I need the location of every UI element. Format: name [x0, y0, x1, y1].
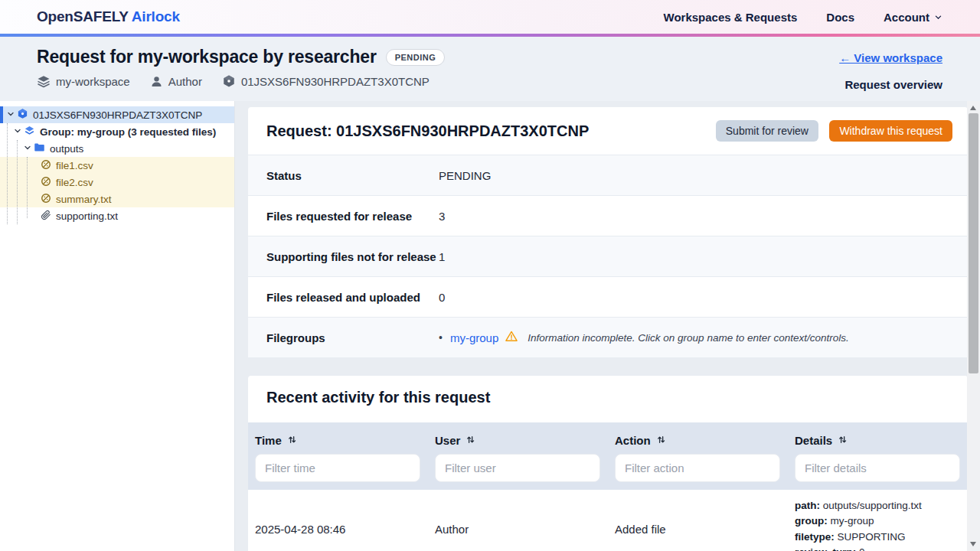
- sort-icon: [466, 434, 475, 447]
- detail-row-status: Status PENDING: [248, 155, 967, 195]
- detail-row-released-files: Files released and uploaded 0: [248, 276, 967, 317]
- activity-details-cell: path: outputs/supporting.txt group: my-g…: [788, 490, 967, 551]
- filegroup-link[interactable]: my-group: [450, 331, 498, 344]
- request-card-title: Request: 01JSXS6FN930HRPDAZT3X0TCNP: [266, 122, 589, 140]
- detail-key: filetype:: [795, 531, 835, 543]
- tree-node-folder-outputs[interactable]: outputs: [0, 140, 234, 157]
- warning-icon: [505, 330, 518, 345]
- author-meta: Author: [150, 75, 202, 88]
- sort-icon: [287, 434, 297, 447]
- folder-icon: [34, 142, 45, 155]
- detail-label: Supporting files not for release: [266, 250, 439, 263]
- activity-user-cell: Author: [428, 490, 608, 551]
- detail-key: path:: [795, 500, 820, 511]
- tree-node-file2[interactable]: file2.csv: [0, 174, 234, 191]
- activity-title: Recent activity for this request: [248, 376, 967, 422]
- chevron-down-icon[interactable]: [13, 126, 22, 138]
- tree-node-group[interactable]: Group: my-group (3 requested files): [0, 123, 234, 140]
- column-header-user[interactable]: User: [428, 430, 608, 450]
- detail-val: 0: [856, 546, 864, 551]
- request-meta: my-workspace Author 01JSXS6FN930HRPDAZT3…: [37, 74, 445, 88]
- tree-node-label: summary.txt: [56, 194, 112, 205]
- detail-label: Status: [266, 169, 439, 182]
- navbar: OpenSAFELY Airlock Workspaces & Requests…: [0, 0, 980, 34]
- activity-table-header: Time User Action Details: [248, 422, 967, 490]
- request-id: 01JSXS6FN930HRPDAZT3X0TCNP: [241, 75, 430, 88]
- tree-node-request-root[interactable]: 01JSXS6FN930HRPDAZT3X0TCNP: [0, 106, 234, 123]
- nav-link-workspaces-label: Workspaces & Requests: [664, 11, 798, 24]
- tree-node-label: supporting.txt: [56, 210, 118, 222]
- tree-node-label: Group: my-group (3 requested files): [40, 126, 216, 138]
- column-label: Time: [255, 434, 282, 447]
- column-label: Details: [795, 434, 832, 447]
- brand-logo[interactable]: OpenSAFELY Airlock: [37, 8, 180, 25]
- bullet: •: [439, 331, 443, 344]
- brand-part1: OpenSAFELY: [37, 8, 128, 24]
- chevron-down-icon: [934, 11, 942, 24]
- output-file-icon: [41, 193, 51, 206]
- column-label: User: [435, 434, 460, 447]
- withdraw-request-button[interactable]: Withdraw this request: [829, 120, 952, 142]
- layers-icon: [37, 74, 51, 88]
- column-header-action[interactable]: Action: [608, 430, 788, 450]
- detail-value: 0: [439, 291, 445, 304]
- main-content: Request: 01JSXS6FN930HRPDAZT3X0TCNP Subm…: [236, 101, 967, 551]
- detail-row-supporting-files: Supporting files not for release 1: [248, 236, 967, 276]
- chevron-down-icon[interactable]: [23, 143, 32, 155]
- scrollbar-down-icon[interactable]: [970, 542, 976, 546]
- author-name: Author: [168, 75, 202, 88]
- request-summary-card: Request: 01JSXS6FN930HRPDAZT3X0TCNP Subm…: [248, 107, 967, 357]
- filter-time-input[interactable]: [255, 454, 420, 482]
- cube-icon: [222, 74, 236, 88]
- tree-guide-line: [27, 157, 28, 218]
- page-header-left: Request for my-workspace by researcher P…: [37, 47, 445, 88]
- gradient-divider: [0, 34, 980, 37]
- column-label: Action: [615, 434, 651, 447]
- detail-val: SUPPORTING: [835, 531, 906, 543]
- tree-guide-line: [7, 123, 8, 224]
- detail-val: my-group: [828, 515, 874, 527]
- scrollbar-up-icon[interactable]: [970, 106, 976, 110]
- activity-time-cell: 2025-04-28 08:46: [248, 490, 428, 551]
- detail-row-filegroups: Filegroups • my-group Information incomp…: [248, 317, 967, 357]
- workspace-name: my-workspace: [56, 75, 130, 88]
- activity-action-cell: Added file: [608, 490, 788, 551]
- nav-link-account[interactable]: Account: [884, 11, 942, 24]
- column-header-details[interactable]: Details: [788, 430, 967, 450]
- tree-node-label: 01JSXS6FN930HRPDAZT3X0TCNP: [33, 109, 202, 121]
- filter-action-input[interactable]: [615, 454, 780, 482]
- sort-icon: [838, 434, 848, 447]
- tree-node-label: file1.csv: [56, 160, 93, 171]
- nav-link-workspaces[interactable]: Workspaces & Requests: [664, 11, 798, 24]
- detail-value: 1: [439, 250, 445, 263]
- detail-label: Filegroups: [266, 331, 439, 344]
- page-title: Request for my-workspace by researcher: [37, 47, 377, 67]
- cube-icon: [17, 108, 28, 122]
- tree-node-label: file2.csv: [56, 177, 93, 188]
- output-file-icon: [41, 176, 51, 189]
- brand-part2: Airlock: [132, 8, 180, 24]
- detail-row-requested-files: Files requested for release 3: [248, 195, 967, 236]
- tree-node-file1[interactable]: file1.csv: [0, 157, 234, 174]
- request-overview-link[interactable]: Request overview: [844, 78, 942, 91]
- tree-node-summary[interactable]: summary.txt: [0, 191, 234, 207]
- nav-link-docs[interactable]: Docs: [826, 11, 854, 24]
- view-workspace-link[interactable]: ← View workspace: [839, 51, 942, 64]
- column-header-time[interactable]: Time: [248, 430, 428, 450]
- nav-link-docs-label: Docs: [826, 11, 854, 24]
- layers-icon: [24, 125, 35, 139]
- output-file-icon: [41, 159, 51, 172]
- scrollbar-thumb[interactable]: [969, 113, 978, 373]
- tree-guide-line: [17, 140, 18, 224]
- detail-label: Files requested for release: [266, 210, 439, 223]
- chevron-down-icon[interactable]: [6, 109, 15, 121]
- sort-icon: [656, 434, 666, 447]
- filter-details-input[interactable]: [795, 454, 960, 482]
- filter-user-input[interactable]: [435, 454, 600, 482]
- tree-node-supporting[interactable]: supporting.txt: [0, 207, 234, 224]
- detail-value: PENDING: [439, 169, 491, 182]
- vertical-scrollbar: [967, 101, 980, 551]
- page-header: Request for my-workspace by researcher P…: [0, 37, 980, 101]
- submit-for-review-button[interactable]: Submit for review: [716, 120, 818, 142]
- nav-link-account-label: Account: [884, 11, 929, 24]
